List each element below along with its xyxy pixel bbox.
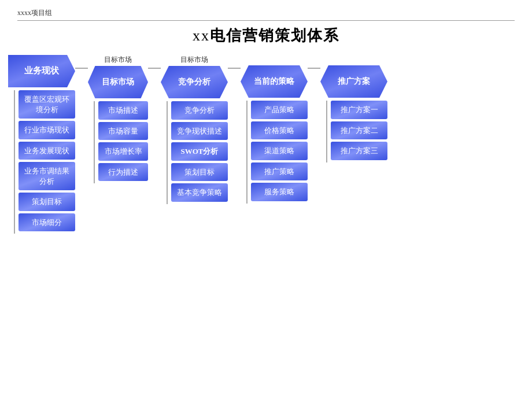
title-prefix: xx xyxy=(193,27,210,44)
connector-line-2-3 xyxy=(148,68,161,69)
col4-sub-0: 产品策略 xyxy=(251,101,308,119)
connector-4-5 xyxy=(308,55,320,69)
col2-label-above: 目标市场 xyxy=(88,55,148,65)
col2-sub-2: 市场增长率 xyxy=(98,142,148,161)
col4-subitems: 产品策略 价格策略 渠道策略 推广策略 服务策略 xyxy=(246,101,308,204)
col5-header: 推广方案 xyxy=(320,65,387,98)
col4-header-label: 当前的策略 xyxy=(250,74,298,89)
col2-header-label: 目标市场 xyxy=(98,75,138,90)
col3-sub-0: 竞争分析 xyxy=(171,101,228,120)
col4-sub-2: 渠道策略 xyxy=(251,142,308,160)
column-2: 目标市场 目标市场 市场描述 市场容量 市场增长率 行为描述 xyxy=(88,55,148,183)
connector-2-3 xyxy=(148,55,161,69)
col5-sub-0: 推广方案一 xyxy=(331,101,387,119)
col1-sub-1: 行业市场现状 xyxy=(19,121,75,139)
col2-header: 目标市场 xyxy=(88,66,148,98)
header-org: xxxx项目组 xyxy=(8,3,524,20)
col2-subitems: 市场描述 市场容量 市场增长率 行为描述 xyxy=(94,101,148,183)
col2-sub-1: 市场容量 xyxy=(98,122,148,141)
col2-sub-3: 行为描述 xyxy=(98,163,148,182)
col1-header: 业务现状 xyxy=(8,55,75,87)
main-title: xx电信营销策划体系 xyxy=(8,25,524,46)
connector-line-3-4 xyxy=(228,68,241,69)
col2-sub-0: 市场描述 xyxy=(98,101,148,120)
col3-sub-3: 策划目标 xyxy=(171,163,228,182)
col5-header-label: 推广方案 xyxy=(334,74,374,89)
col3-sub-2: SWOT分析 xyxy=(171,142,228,161)
col3-label-above: 目标市场 xyxy=(161,55,228,65)
col3-sub-1: 竞争现状描述 xyxy=(171,122,228,141)
connector-3-4 xyxy=(228,55,241,69)
column-4: 当前的策略 产品策略 价格策略 渠道策略 推广策略 服务策略 xyxy=(241,55,308,204)
col1-subitems: 覆盖区宏观环境分析 行业市场现状 业务发展现状 业务市调结果分析 策划目标 市场… xyxy=(14,90,75,234)
col5-sub-2: 推广方案三 xyxy=(331,142,387,160)
connector-1-2 xyxy=(75,55,88,69)
col1-sub-2: 业务发展现状 xyxy=(19,142,75,160)
col3-subitems: 竞争分析 竞争现状描述 SWOT分析 策划目标 基本竞争策略 xyxy=(167,101,228,204)
connector-line-4-5 xyxy=(308,68,320,69)
column-5: 推广方案 推广方案一 推广方案二 推广方案三 xyxy=(320,55,387,162)
col5-sub-1: 推广方案二 xyxy=(331,121,387,140)
column-1: 业务现状 覆盖区宏观环境分析 行业市场现状 业务发展现状 业务市调结果分析 策划… xyxy=(8,55,75,234)
col1-header-label: 业务现状 xyxy=(20,63,64,79)
col1-sub-4: 策划目标 xyxy=(19,193,75,211)
flow-diagram: 业务现状 覆盖区宏观环境分析 行业市场现状 业务发展现状 业务市调结果分析 策划… xyxy=(8,55,524,234)
col4-sub-4: 服务策略 xyxy=(251,183,308,201)
page: xxxx项目组 xx电信营销策划体系 业务现状 覆盖区宏观环境分析 行业市场现状… xyxy=(0,0,532,237)
col1-sub-5: 市场细分 xyxy=(19,213,75,232)
title-suffix: 电信营销策划体系 xyxy=(210,27,339,44)
col4-sub-1: 价格策略 xyxy=(251,121,308,140)
header-divider xyxy=(17,20,515,21)
col1-sub-0: 覆盖区宏观环境分析 xyxy=(19,90,75,119)
col3-header: 竞争分析 xyxy=(161,66,228,98)
connector-line-1-2 xyxy=(75,68,88,69)
column-3: 目标市场 竞争分析 竞争分析 竞争现状描述 SWOT分析 策划目标 基本竞争策略 xyxy=(161,55,228,204)
col4-sub-3: 推广策略 xyxy=(251,162,308,181)
col3-sub-4: 基本竞争策略 xyxy=(171,183,228,202)
col1-sub-3: 业务市调结果分析 xyxy=(19,162,75,190)
col4-header: 当前的策略 xyxy=(241,65,308,98)
col5-subitems: 推广方案一 推广方案二 推广方案三 xyxy=(326,101,387,162)
col3-header-label: 竞争分析 xyxy=(175,75,214,90)
